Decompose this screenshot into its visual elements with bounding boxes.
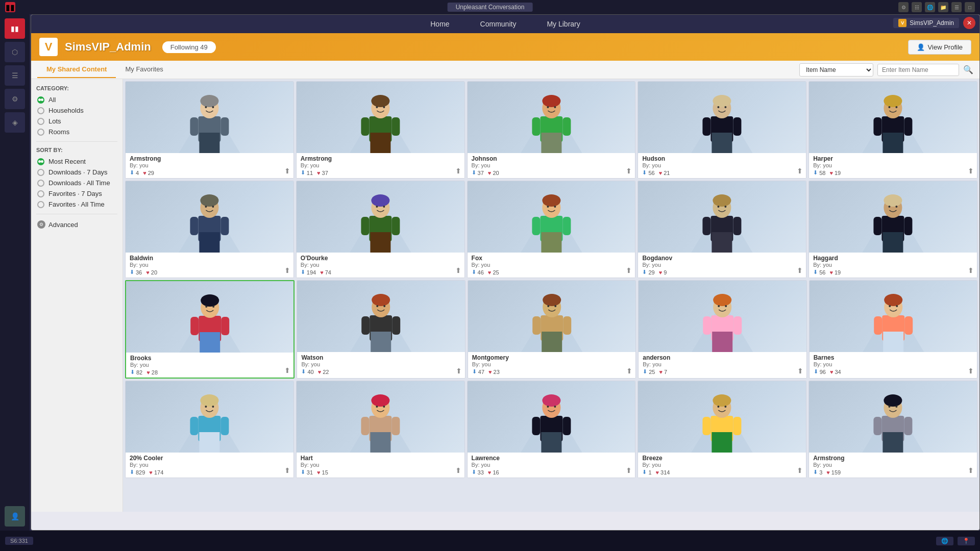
search-button[interactable]: 🔍 <box>963 65 973 74</box>
sidebar-category-households[interactable]: Households <box>36 105 117 116</box>
grid-card[interactable]: BarnesBy: you ⬇ 96 ♥ 34 ⬆ <box>809 280 977 379</box>
share-button[interactable]: ⬆ <box>455 266 461 274</box>
grid-card[interactable]: 20% CoolerBy: you ⬇ 829 ♥ 174 ⬆ <box>125 381 294 478</box>
sidebar-sort-recent[interactable]: Most Recent <box>36 156 117 167</box>
favorites-stat: ♥ 37 <box>317 170 328 176</box>
grid-card[interactable]: JohnsonBy: you ⬇ 37 ♥ 20 ⬆ <box>467 81 636 179</box>
grid-card[interactable]: FoxBy: you ⬇ 46 ♥ 25 ⬆ <box>467 181 636 278</box>
advanced-button[interactable]: ⚙ Advanced <box>36 218 117 231</box>
tab-shared-content[interactable]: My Shared Content <box>37 61 116 78</box>
os-bar-btn-3[interactable]: 🌐 <box>925 2 935 12</box>
following-button[interactable]: Following 49 <box>162 41 216 53</box>
card-name: anderson <box>643 354 802 361</box>
sidebar-sort-favall[interactable]: Favorites · All Time <box>36 199 117 210</box>
card-name: Montgomery <box>472 354 631 361</box>
grid-card[interactable]: BrooksBy: you ⬇ 82 ♥ 28 ⬆ <box>125 280 295 379</box>
grid-card[interactable]: BreezeBy: you ⬇ 1 ♥ 314 ⬆ <box>638 381 806 478</box>
share-button[interactable]: ⬆ <box>455 167 461 175</box>
grid-card[interactable]: WatsonBy: you ⬇ 40 ♥ 22 ⬆ <box>297 280 465 379</box>
grid-card[interactable]: ArmstrongBy: you ⬇ 3 ♥ 159 ⬆ <box>808 381 977 478</box>
grid-card[interactable]: BaldwinBy: you ⬇ 36 ♥ 20 ⬆ <box>125 181 294 278</box>
grid-card[interactable]: HarperBy: you ⬇ 58 ♥ 19 ⬆ <box>808 81 977 179</box>
window-close-button[interactable]: ✕ <box>963 17 975 29</box>
share-button[interactable]: ⬆ <box>626 466 632 474</box>
grid-card[interactable]: HartBy: you ⬇ 31 ♥ 15 ⬆ <box>296 381 465 478</box>
grid-card[interactable]: O'DourkeBy: you ⬇ 194 ♥ 74 ⬆ <box>296 181 465 278</box>
grid-card[interactable]: HudsonBy: you ⬇ 56 ♥ 21 ⬆ <box>638 81 806 179</box>
share-button[interactable]: ⬆ <box>455 466 461 474</box>
taskbar-item-3[interactable]: 📍 <box>958 537 975 545</box>
grid-card[interactable]: BogdanovBy: you ⬇ 29 ♥ 9 ⬆ <box>638 181 806 278</box>
download-count: 58 <box>819 170 825 176</box>
svg-point-122 <box>718 305 720 307</box>
os-icon-3[interactable]: ⚙ <box>5 89 25 109</box>
share-button[interactable]: ⬆ <box>626 266 632 274</box>
os-icon-2[interactable]: ☰ <box>5 65 25 86</box>
download-stat: ⬇ 11 <box>301 169 313 176</box>
card-stats: ⬇ 1 ♥ 314 <box>642 469 802 475</box>
share-button[interactable]: ⬆ <box>456 367 462 375</box>
favorites-count: 37 <box>322 170 328 176</box>
download-count: 82 <box>136 369 142 375</box>
sidebar-divider-2 <box>36 214 117 214</box>
share-button[interactable]: ⬆ <box>797 367 803 375</box>
share-button[interactable]: ⬆ <box>284 167 290 175</box>
share-button[interactable]: ⬆ <box>284 466 290 474</box>
share-button[interactable]: ⬆ <box>284 366 290 374</box>
os-bar-btn-1[interactable]: ⚙ <box>898 2 909 12</box>
grid-card[interactable]: ArmstrongBy: you ⬇ 4 ♥ 29 ⬆ <box>125 81 294 179</box>
window-user-btn[interactable]: V SimsVIP_Admin <box>893 18 959 28</box>
sort-select[interactable]: Item Name Most Recent Downloads · 7 Days <box>799 63 873 77</box>
grid-card[interactable]: LawrenceBy: you ⬇ 33 ♥ 16 ⬆ <box>467 381 636 478</box>
share-button[interactable]: ⬆ <box>968 266 974 274</box>
svg-point-67 <box>542 194 560 207</box>
tab-favorites[interactable]: My Favorites <box>116 61 172 78</box>
grid-card[interactable]: andersonBy: you ⬇ 25 ♥ 7 ⬆ <box>638 280 806 379</box>
download-stat: ⬇ 47 <box>472 368 484 375</box>
nav-library[interactable]: My Library <box>547 20 580 28</box>
sidebar-category-all[interactable]: All <box>36 94 117 105</box>
download-icon: ⬇ <box>130 169 134 176</box>
grid-card[interactable]: ArmstrongBy: you ⬇ 11 ♥ 37 ⬆ <box>296 81 465 179</box>
share-button[interactable]: ⬆ <box>797 167 803 175</box>
svg-rect-92 <box>200 332 220 353</box>
share-button[interactable]: ⬆ <box>968 466 974 474</box>
os-bar-btn-4[interactable]: 📁 <box>938 2 948 12</box>
share-button[interactable]: ⬆ <box>797 266 803 274</box>
os-bar-btn-6[interactable]: □ <box>965 2 975 12</box>
share-button[interactable]: ⬆ <box>797 466 803 474</box>
taskbar-item-2[interactable]: 🌐 <box>936 537 953 545</box>
grid-card[interactable]: HaggardBy: you ⬇ 56 ♥ 19 ⬆ <box>808 181 977 278</box>
taskbar-item-1[interactable]: S6:331 <box>5 537 33 545</box>
grid-row-0: ArmstrongBy: you ⬇ 4 ♥ 29 ⬆ArmstrongBy: … <box>125 81 977 179</box>
sidebar-category-rooms[interactable]: Rooms <box>36 127 117 137</box>
nav-community[interactable]: Community <box>480 20 517 28</box>
view-profile-button[interactable]: 👤 View Profile <box>908 40 971 55</box>
nav-home[interactable]: Home <box>430 20 449 28</box>
os-start-icon[interactable]: ▮▮ <box>5 2 15 12</box>
search-input[interactable] <box>877 64 959 76</box>
download-icon: ⬇ <box>301 368 306 375</box>
sidebar-sort-dl7[interactable]: Downloads · 7 Days <box>36 167 117 178</box>
download-count: 33 <box>478 469 484 475</box>
grid-card[interactable]: MontgomeryBy: you ⬇ 47 ♥ 23 ⬆ <box>468 280 636 379</box>
sidebar-category-lots[interactable]: Lots <box>36 116 117 127</box>
os-icon-main[interactable]: ▮▮ <box>5 18 25 39</box>
share-button[interactable]: ⬆ <box>968 367 974 375</box>
sidebar-sort-dlall[interactable]: Downloads · All Time <box>36 178 117 188</box>
gear-icon: ⚙ <box>37 220 45 229</box>
share-button[interactable]: ⬆ <box>284 266 290 274</box>
share-button[interactable]: ⬆ <box>626 167 632 175</box>
svg-point-41 <box>889 106 891 108</box>
os-bar-btn-2[interactable]: ☷ <box>912 2 922 12</box>
share-button[interactable]: ⬆ <box>968 167 974 175</box>
os-bar-btn-5[interactable]: ☰ <box>951 2 962 12</box>
card-by: By: you <box>813 162 973 168</box>
share-button[interactable]: ⬆ <box>626 367 632 375</box>
card-name: Armstrong <box>130 155 289 162</box>
favorites-count: 29 <box>148 170 154 176</box>
sidebar-sort-fav7[interactable]: Favorites · 7 Days <box>36 188 117 199</box>
os-icon-5[interactable]: 👤 <box>5 506 25 527</box>
os-icon-1[interactable]: ⬡ <box>5 42 25 62</box>
os-icon-4[interactable]: ◈ <box>5 112 25 133</box>
